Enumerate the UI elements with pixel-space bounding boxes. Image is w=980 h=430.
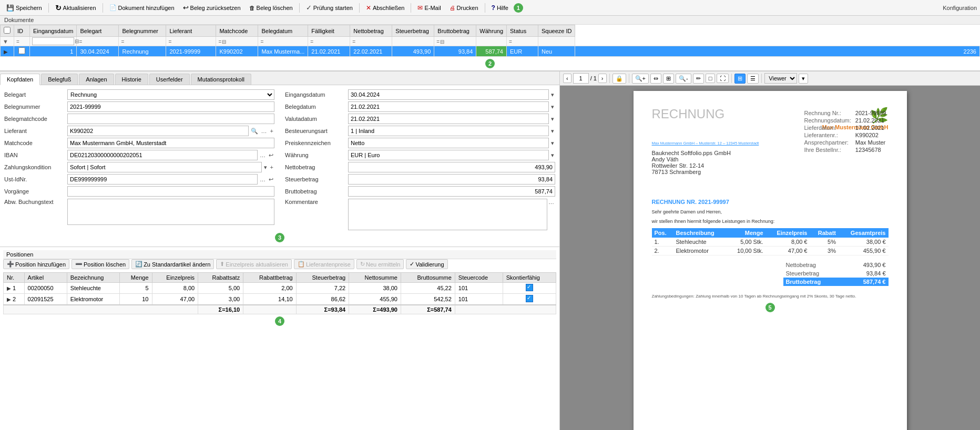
delete-position-btn[interactable]: ➖ Position löschen <box>72 259 129 269</box>
eingangsdatum-input[interactable] <box>348 89 549 100</box>
viewer-grid-btn[interactable]: ⊞ <box>734 74 746 84</box>
recalc-btn[interactable]: ↻ Neu ermitteln <box>356 259 404 269</box>
tab-belegfuss[interactable]: Belegfuß <box>41 74 78 85</box>
viewer-zoom-out-btn[interactable]: 🔍- <box>676 74 691 84</box>
lieferant-ellipsis-btn[interactable]: … <box>260 128 268 134</box>
row-checkbox[interactable] <box>18 47 25 54</box>
viewer-pencil-btn[interactable]: ✏ <box>693 74 704 84</box>
add-position-btn[interactable]: ➕ Position hinzufügen <box>3 259 69 269</box>
belegart-select[interactable]: Rechnung <box>67 89 274 100</box>
valutadatum-input[interactable] <box>348 114 549 124</box>
valutadatum-dropdown-btn[interactable]: ▾ <box>550 116 555 122</box>
preiskennzeichen-label: Preiskennzeichen <box>285 140 348 146</box>
viewer-total-pages: 1 <box>594 75 597 81</box>
tab-mutationsprotokoll[interactable]: Mutationsprotokoll <box>191 74 251 85</box>
belegnummer-input[interactable] <box>67 101 274 112</box>
besteuerungsart-dropdown-btn[interactable]: ▾ <box>550 128 555 135</box>
nettobetrag-row: Nettobetrag <box>285 162 555 172</box>
viewer-type-select[interactable]: Viewer <box>764 73 797 84</box>
pos-row-2[interactable]: ▶ 2 02091525 Elektromotor 10 47,00 3,00 … <box>4 294 556 305</box>
vorgaenge-input[interactable] <box>67 186 274 197</box>
tab-kopfdaten[interactable]: Kopfdaten <box>0 74 40 85</box>
tab-anlagen[interactable]: Anlagen <box>79 74 114 85</box>
main-toolbar: Speichern Aktualisieren Dokument hinzufü… <box>0 0 980 16</box>
save-button[interactable]: Speichern <box>3 3 45 13</box>
nettobetrag-input[interactable] <box>348 162 555 172</box>
add-doc-button[interactable]: Dokument hinzufügen <box>106 3 178 12</box>
tab-historie[interactable]: Historie <box>115 74 148 85</box>
zahlungskondition-dropdown-btn[interactable]: ▾ <box>263 164 268 171</box>
lieferant-input[interactable] <box>67 126 249 136</box>
viewer-next-btn[interactable]: › <box>598 74 607 83</box>
matchcode-input[interactable] <box>67 138 274 148</box>
viewer-rect-btn[interactable]: □ <box>706 74 716 83</box>
pos-sum-row: Σ=16,10 Σ=93,84 Σ=493,90 Σ=587,74 <box>4 305 556 314</box>
zahlungskondition-add-btn[interactable]: + <box>269 164 274 170</box>
filter-status: = <box>507 37 538 46</box>
undo-button[interactable]: Beleg zurücksetzen <box>180 3 244 13</box>
viewer-fullscreen-btn[interactable]: ⛶ <box>717 74 729 83</box>
viewer-sep1 <box>609 74 610 83</box>
update-price-btn[interactable]: ⬆ Einzelpreis aktualisieren <box>216 259 292 269</box>
filter-brutto-btn[interactable]: ⊟ <box>440 39 445 45</box>
lieferant-add-btn[interactable]: + <box>269 128 274 134</box>
viewer-list-btn[interactable]: ☰ <box>747 74 759 84</box>
kommentare-ellipsis-btn[interactable]: … <box>547 199 555 205</box>
viewer-lock-btn[interactable]: 🔒 <box>612 74 626 84</box>
pos-row-1[interactable]: ▶ 1 00200050 Stehleuchte 5 8,00 5,00 2,0… <box>4 283 556 294</box>
change-standard-btn[interactable]: 🔄 Zu Standardartikel ändern <box>131 259 214 269</box>
iban-ellipsis-btn[interactable]: … <box>259 152 267 158</box>
eingangsdatum-dropdown-btn[interactable]: ▾ <box>550 91 555 98</box>
close2-button[interactable]: Abschließen <box>363 3 408 13</box>
belegmatchcode-input[interactable] <box>67 114 274 124</box>
waehrung-input[interactable] <box>348 150 549 160</box>
belegdatum-dropdown-btn[interactable]: ▾ <box>550 104 555 110</box>
check-button[interactable]: Prüfung starten <box>303 3 356 13</box>
tab-userfelder[interactable]: Userfelder <box>149 74 190 85</box>
filter-matchcode-btn[interactable]: ⊟ <box>221 39 227 45</box>
viewer-fit-width-btn[interactable]: ⇔ <box>650 74 661 84</box>
viewer-prev-btn[interactable]: ‹ <box>563 74 571 83</box>
pdf-col-rabatt: Rabatt <box>810 228 839 238</box>
email-button[interactable]: E-Mail <box>414 3 444 13</box>
viewer-fit-page-btn[interactable]: ⊞ <box>663 74 674 84</box>
validierung-btn[interactable]: ✓ Validierung <box>406 259 447 269</box>
ust-idnr-input[interactable] <box>67 174 258 185</box>
waehrung-dropdown-btn[interactable]: ▾ <box>550 152 555 159</box>
abw-buchungstext-textarea[interactable] <box>67 199 274 225</box>
iban-input[interactable] <box>67 150 258 160</box>
badge-4: 4 <box>275 316 284 326</box>
sum-empty-3 <box>455 305 556 314</box>
lieferant-search-btn[interactable]: 🔍 <box>250 128 259 135</box>
refresh-button[interactable]: Aktualisieren <box>52 3 99 13</box>
bruttobetrag-input[interactable] <box>348 186 555 197</box>
kommentare-textarea[interactable] <box>348 199 547 230</box>
preiskennzeichen-input[interactable] <box>348 138 549 148</box>
steuerbetrag-input[interactable] <box>348 174 555 185</box>
ust-undo-btn[interactable]: ↩ <box>268 176 274 183</box>
refresh-label: Aktualisieren <box>63 5 96 11</box>
col-matchcode: Matchcode <box>216 25 258 37</box>
belegdatum-input[interactable] <box>348 101 549 112</box>
iban-undo-btn[interactable]: ↩ <box>268 152 274 159</box>
print-button[interactable]: Drucken <box>446 4 482 12</box>
pdf-title: RECHNUNG <box>652 107 725 121</box>
help-button[interactable]: Hilfe <box>488 3 512 13</box>
select-all-checkbox[interactable] <box>4 27 11 34</box>
pdf-brutto-label: Bruttobetrag <box>783 278 845 286</box>
viewer-page-sep: / <box>590 75 592 81</box>
besteuerungsart-input[interactable] <box>348 126 549 136</box>
preiskennzeichen-dropdown-btn[interactable]: ▾ <box>550 140 555 147</box>
viewer-type-dropdown-btn[interactable]: ▾ <box>799 74 808 84</box>
ust-ellipsis-btn[interactable]: … <box>259 176 267 182</box>
filter-eingangsdatum-input[interactable] <box>32 37 74 45</box>
supplier-prices-btn[interactable]: 📋 Lieferantenpreise <box>294 259 354 269</box>
viewer-zoom-in-btn[interactable]: 🔍+ <box>632 74 649 84</box>
delete-button[interactable]: Beleg löschen <box>246 4 296 12</box>
zahlungskondition-input[interactable] <box>67 162 262 172</box>
col-waehrung: Währung <box>476 25 507 37</box>
config-link[interactable]: Konfiguration <box>943 5 977 11</box>
table-row[interactable]: ▶ 1 30.04.2024 Rechnung 2021-99999 K9902… <box>1 46 980 57</box>
viewer-page-input[interactable] <box>573 73 589 84</box>
pos2-artikel: 02091525 <box>24 294 67 305</box>
